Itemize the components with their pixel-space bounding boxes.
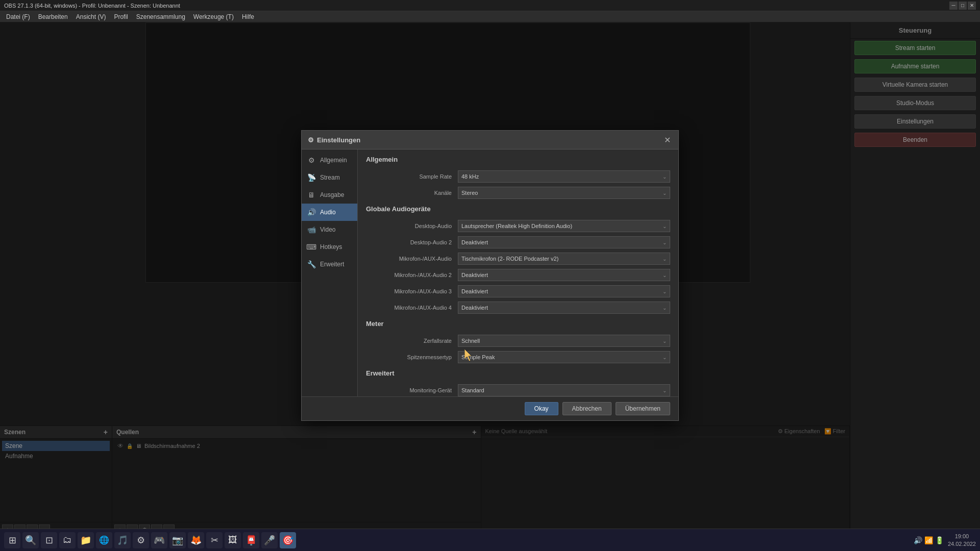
kanaele-control[interactable]: Stereo ⌄ bbox=[458, 187, 670, 199]
ok-button[interactable]: Okay bbox=[525, 402, 558, 415]
dialog-close-button[interactable]: ✕ bbox=[662, 135, 672, 145]
minimize-button[interactable]: ─ bbox=[949, 2, 958, 10]
mikrofon-aux-row: Mikrofon-/AUX-Audio Tischmikrofon (2- RO… bbox=[366, 253, 670, 265]
taskbar-mic[interactable]: 🎤 bbox=[261, 532, 278, 548]
mikrofon-aux3-label: Mikrofon-/AUX-Audio 3 bbox=[366, 288, 458, 294]
nav-video[interactable]: 📹 Video bbox=[302, 221, 357, 238]
cancel-button[interactable]: Abbrechen bbox=[562, 402, 611, 415]
menu-profil[interactable]: Profil bbox=[110, 12, 132, 21]
spitzenmessertyp-arrow: ⌄ bbox=[663, 355, 667, 360]
section-meter-title: Meter bbox=[366, 320, 670, 330]
taskbar-explorer[interactable]: 📁 bbox=[78, 532, 94, 548]
taskbar-systray: 🔊 📶 🔋 bbox=[914, 536, 944, 544]
desktop-audio-row: Desktop-Audio Lautsprecher (Realtek High… bbox=[366, 220, 670, 232]
sample-rate-control[interactable]: 48 kHz ⌄ bbox=[458, 170, 670, 183]
desktop-audio2-control[interactable]: Deaktiviert ⌄ bbox=[458, 236, 670, 248]
zerfallsrate-control[interactable]: Schnell ⌄ bbox=[458, 335, 670, 347]
taskbar-game[interactable]: 🎮 bbox=[151, 532, 167, 548]
nav-allgemein[interactable]: ⚙ Allgemein bbox=[302, 152, 357, 169]
nav-erweitert-label: Erweitert bbox=[320, 261, 344, 268]
taskbar-camera[interactable]: 📷 bbox=[169, 532, 186, 548]
mikrofon-aux4-value: Deaktiviert bbox=[461, 305, 488, 311]
menu-bearbeiten[interactable]: Bearbeiten bbox=[34, 12, 72, 21]
mikrofon-aux4-arrow: ⌄ bbox=[663, 305, 667, 311]
dialog-footer: Okay Abbrechen Übernehmen bbox=[302, 396, 678, 420]
menu-hilfe[interactable]: Hilfe bbox=[238, 12, 258, 21]
close-button[interactable]: ✕ bbox=[968, 2, 976, 10]
taskbar-obs[interactable]: 🎯 bbox=[280, 532, 296, 548]
obs-main: Steuerung Stream starten Aufnahme starte… bbox=[0, 22, 980, 551]
maximize-button[interactable]: □ bbox=[959, 2, 967, 10]
search-taskbar[interactable]: 🔍 bbox=[22, 532, 39, 548]
menu-ansicht[interactable]: Ansicht (V) bbox=[72, 12, 110, 21]
monitoring-value: Standard bbox=[461, 387, 484, 393]
taskbar-right: 🔊 📶 🔋 19:00 24.02.2022 bbox=[914, 533, 976, 547]
taskbar-media[interactable]: 🎵 bbox=[114, 532, 131, 548]
window-title: OBS 27.1.3 (64-bit, windows) - Profil: U… bbox=[4, 3, 949, 9]
mikrofon-aux3-value: Deaktiviert bbox=[461, 288, 488, 294]
kanaele-row: Kanäle Stereo ⌄ bbox=[366, 187, 670, 199]
title-bar: OBS 27.1.3 (64-bit, windows) - Profil: U… bbox=[0, 0, 980, 11]
desktop-audio2-arrow: ⌄ bbox=[663, 240, 667, 245]
mikrofon-aux-value: Tischmikrofon (2- RODE Podcaster v2) bbox=[461, 256, 558, 262]
taskbar-mail[interactable]: 📮 bbox=[243, 532, 259, 548]
nav-stream[interactable]: 📡 Stream bbox=[302, 169, 357, 186]
taskbar-photos[interactable]: 🖼 bbox=[225, 532, 241, 548]
mikrofon-aux3-control[interactable]: Deaktiviert ⌄ bbox=[458, 285, 670, 297]
apply-button[interactable]: Übernehmen bbox=[616, 402, 670, 415]
task-view[interactable]: ⊡ bbox=[41, 532, 57, 548]
mikrofon-aux4-control[interactable]: Deaktiviert ⌄ bbox=[458, 302, 670, 314]
mikrofon-aux3-arrow: ⌄ bbox=[663, 289, 667, 294]
taskbar-clock: 19:00 24.02.2022 bbox=[948, 533, 976, 547]
mikrofon-aux-control[interactable]: Tischmikrofon (2- RODE Podcaster v2) ⌄ bbox=[458, 253, 670, 265]
mikrofon-aux2-value: Deaktiviert bbox=[461, 272, 488, 278]
taskbar-edge[interactable]: 🗂 bbox=[59, 532, 76, 548]
mikrofon-aux-label: Mikrofon-/AUX-Audio bbox=[366, 256, 458, 262]
ausgabe-icon: 🖥 bbox=[307, 190, 316, 199]
erweitert-icon: 🔧 bbox=[307, 260, 316, 269]
monitoring-row: Monitoring-Gerät Standard ⌄ bbox=[366, 384, 670, 396]
menu-szenensammlung[interactable]: Szenensammlung bbox=[132, 12, 189, 21]
video-icon: 📹 bbox=[307, 225, 316, 234]
spitzenmessertyp-control[interactable]: Sample Peak ⌄ bbox=[458, 351, 670, 363]
mikrofon-aux2-arrow: ⌄ bbox=[663, 272, 667, 278]
sample-rate-arrow: ⌄ bbox=[663, 174, 667, 180]
sample-rate-value: 48 kHz bbox=[461, 173, 479, 180]
desktop-audio-control[interactable]: Lautsprecher (Realtek High Definition Au… bbox=[458, 220, 670, 232]
nav-audio[interactable]: 🔊 Audio bbox=[302, 204, 357, 221]
monitoring-arrow: ⌄ bbox=[663, 388, 667, 393]
nav-ausgabe[interactable]: 🖥 Ausgabe bbox=[302, 186, 357, 204]
nav-erweitert[interactable]: 🔧 Erweitert bbox=[302, 256, 357, 273]
kanaele-arrow: ⌄ bbox=[663, 190, 667, 196]
nav-hotkeys-label: Hotkeys bbox=[320, 243, 342, 251]
allgemein-icon: ⚙ bbox=[307, 156, 316, 165]
nav-hotkeys[interactable]: ⌨ Hotkeys bbox=[302, 238, 357, 256]
taskbar-firefox[interactable]: 🦊 bbox=[188, 532, 204, 548]
taskbar-chrome[interactable]: 🌐 bbox=[96, 532, 112, 548]
spitzenmessertyp-value: Sample Peak bbox=[461, 354, 495, 360]
nav-video-label: Video bbox=[320, 226, 335, 233]
mikrofon-aux2-control[interactable]: Deaktiviert ⌄ bbox=[458, 269, 670, 281]
dialog-content: Allgemein Sample Rate 48 kHz ⌄ Kanäle St… bbox=[358, 149, 678, 396]
start-button[interactable]: ⊞ bbox=[4, 532, 20, 548]
menu-datei[interactable]: Datei (F) bbox=[2, 12, 34, 21]
menu-bar: Datei (F) Bearbeiten Ansicht (V) Profil … bbox=[0, 11, 980, 22]
section-allgemein-title: Allgemein bbox=[366, 156, 670, 165]
dialog-title-text: Einstellungen bbox=[317, 136, 360, 144]
taskbar-gear[interactable]: ⚙ bbox=[133, 532, 149, 548]
dialog-overlay: ⚙ Einstellungen ✕ ⚙ Allgemein 📡 Stream bbox=[0, 22, 980, 529]
dialog-body: ⚙ Allgemein 📡 Stream 🖥 Ausgabe 🔊 Audio bbox=[302, 149, 678, 396]
mikrofon-aux4-label: Mikrofon-/AUX-Audio 4 bbox=[366, 305, 458, 311]
desktop-audio2-row: Desktop-Audio 2 Deaktiviert ⌄ bbox=[366, 236, 670, 248]
nav-ausgabe-label: Ausgabe bbox=[320, 191, 344, 198]
taskbar-snip[interactable]: ✂ bbox=[206, 532, 223, 548]
menu-werkzeuge[interactable]: Werkzeuge (T) bbox=[189, 12, 238, 21]
taskbar: ⊞ 🔍 ⊡ 🗂 📁 🌐 🎵 ⚙ 🎮 📷 🦊 ✂ 🖼 📮 🎤 🎯 🔊 📶 🔋 19… bbox=[0, 529, 980, 551]
spitzenmessertyp-row: Spitzenmessertyp Sample Peak ⌄ bbox=[366, 351, 670, 363]
audio-icon: 🔊 bbox=[307, 208, 316, 217]
kanaele-value: Stereo bbox=[461, 190, 478, 196]
nav-audio-label: Audio bbox=[320, 209, 336, 216]
monitoring-control[interactable]: Standard ⌄ bbox=[458, 384, 670, 396]
section-globale-title: Globale Audiogeräte bbox=[366, 205, 670, 215]
dialog-nav: ⚙ Allgemein 📡 Stream 🖥 Ausgabe 🔊 Audio bbox=[302, 149, 358, 396]
